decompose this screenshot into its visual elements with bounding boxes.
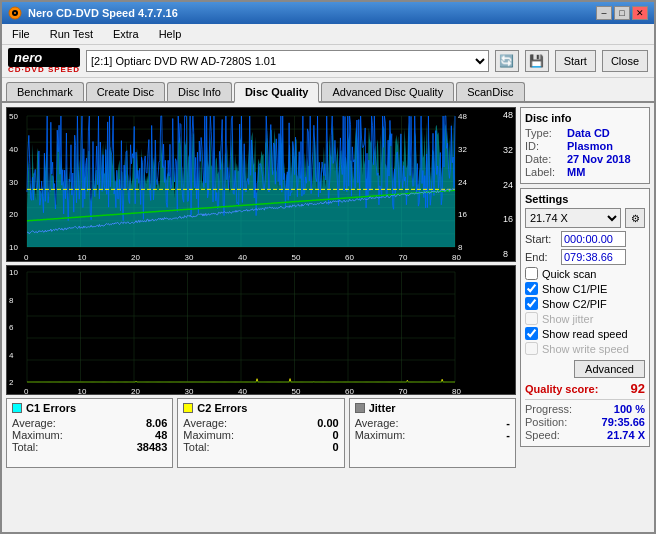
stats-row: C1 Errors Average: 8.06 Maximum: 48 Tota… [6, 398, 516, 468]
show-c2-pif-checkbox[interactable] [525, 297, 538, 310]
start-time-row: Start: [525, 231, 645, 247]
progress-label: Progress: [525, 403, 572, 415]
show-c1-pie-label: Show C1/PIE [542, 283, 607, 295]
disc-type-row: Type: Data CD [525, 127, 645, 139]
menu-run-test[interactable]: Run Test [44, 26, 99, 42]
tab-disc-quality[interactable]: Disc Quality [234, 82, 320, 103]
c2-max-row: Maximum: 0 [183, 429, 338, 441]
tab-bar: Benchmark Create Disc Disc Info Disc Qua… [2, 78, 654, 103]
progress-value: 100 % [614, 403, 645, 415]
position-label: Position: [525, 416, 567, 428]
main-content: 48 32 24 16 8 C1 Errors [2, 103, 654, 532]
quick-scan-row[interactable]: Quick scan [525, 267, 645, 280]
c1-total-row: Total: 38483 [12, 441, 167, 453]
refresh-icon-btn[interactable]: 🔄 [495, 50, 519, 72]
top-chart: 48 32 24 16 8 [6, 107, 516, 262]
disc-label-row: Label: MM [525, 166, 645, 178]
progress-row: Progress: 100 % [525, 403, 645, 415]
c2-title: C2 Errors [183, 402, 338, 414]
c1-color [12, 403, 22, 413]
title-bar: Nero CD-DVD Speed 4.7.7.16 – □ ✕ [2, 2, 654, 24]
save-icon-btn[interactable]: 💾 [525, 50, 549, 72]
close-button[interactable]: ✕ [632, 6, 648, 20]
c2-avg-row: Average: 0.00 [183, 417, 338, 429]
show-c1-pie-row[interactable]: Show C1/PIE [525, 282, 645, 295]
position-value: 79:35.66 [602, 416, 645, 428]
show-read-speed-row[interactable]: Show read speed [525, 327, 645, 340]
advanced-button[interactable]: Advanced [574, 360, 645, 378]
settings-panel: Settings 21.74 X ⚙ Start: End: [520, 188, 650, 447]
tab-advanced-disc-quality[interactable]: Advanced Disc Quality [321, 82, 454, 101]
quick-scan-label: Quick scan [542, 268, 596, 280]
jitter-title: Jitter [355, 402, 510, 414]
start-label: Start: [525, 233, 557, 245]
settings-title: Settings [525, 193, 645, 205]
toolbar: nero CD·DVD SPEED [2:1] Optiarc DVD RW A… [2, 45, 654, 78]
quick-scan-checkbox[interactable] [525, 267, 538, 280]
quality-score-row: Quality score: 92 [525, 381, 645, 396]
jitter-box: Jitter Average: - Maximum: - [349, 398, 516, 468]
c1-max-row: Maximum: 48 [12, 429, 167, 441]
window-title: Nero CD-DVD Speed 4.7.7.16 [28, 7, 178, 19]
c2-total-row: Total: 0 [183, 441, 338, 453]
chart-area: 48 32 24 16 8 C1 Errors [6, 107, 516, 528]
tab-scandisc[interactable]: ScanDisc [456, 82, 524, 101]
bottom-chart [6, 265, 516, 395]
menu-help[interactable]: Help [153, 26, 188, 42]
menu-bar: File Run Test Extra Help [2, 24, 654, 45]
c1-errors-box: C1 Errors Average: 8.06 Maximum: 48 Tota… [6, 398, 173, 468]
window-controls: – □ ✕ [596, 6, 648, 20]
speed-row: Speed: 21.74 X [525, 429, 645, 441]
start-time-input[interactable] [561, 231, 626, 247]
app-icon [8, 6, 22, 20]
maximize-button[interactable]: □ [614, 6, 630, 20]
speed-value: 21.74 X [607, 429, 645, 441]
show-jitter-row[interactable]: Show jitter [525, 312, 645, 325]
show-c2-pif-row[interactable]: Show C2/PIF [525, 297, 645, 310]
main-window: Nero CD-DVD Speed 4.7.7.16 – □ ✕ File Ru… [0, 0, 656, 534]
c1-title: C1 Errors [12, 402, 167, 414]
jitter-avg-row: Average: - [355, 417, 510, 429]
nero-logo-area: nero CD·DVD SPEED [8, 48, 80, 74]
tab-disc-info[interactable]: Disc Info [167, 82, 232, 101]
quality-score-value: 92 [631, 381, 645, 396]
disc-info-title: Disc info [525, 112, 645, 124]
jitter-max-row: Maximum: - [355, 429, 510, 441]
show-read-speed-label: Show read speed [542, 328, 628, 340]
sidebar: Disc info Type: Data CD ID: Plasmon Date… [520, 107, 650, 528]
svg-point-2 [14, 12, 16, 14]
speed-selector[interactable]: 21.74 X [525, 208, 621, 228]
settings-icon-btn[interactable]: ⚙ [625, 208, 645, 228]
show-write-speed-label: Show write speed [542, 343, 629, 355]
show-write-speed-checkbox[interactable] [525, 342, 538, 355]
close-disc-button[interactable]: Close [602, 50, 648, 72]
end-time-row: End: [525, 249, 645, 265]
position-row: Position: 79:35.66 [525, 416, 645, 428]
start-button[interactable]: Start [555, 50, 596, 72]
end-label: End: [525, 251, 557, 263]
c2-color [183, 403, 193, 413]
quality-score-label: Quality score: [525, 383, 598, 395]
jitter-color [355, 403, 365, 413]
show-c2-pif-label: Show C2/PIF [542, 298, 607, 310]
show-jitter-label: Show jitter [542, 313, 593, 325]
disc-date-row: Date: 27 Nov 2018 [525, 153, 645, 165]
tab-benchmark[interactable]: Benchmark [6, 82, 84, 101]
end-time-input[interactable] [561, 249, 626, 265]
drive-selector[interactable]: [2:1] Optiarc DVD RW AD-7280S 1.01 [86, 50, 489, 72]
show-read-speed-checkbox[interactable] [525, 327, 538, 340]
menu-extra[interactable]: Extra [107, 26, 145, 42]
c2-errors-box: C2 Errors Average: 0.00 Maximum: 0 Total… [177, 398, 344, 468]
top-chart-y-right: 48 32 24 16 8 [503, 108, 513, 261]
minimize-button[interactable]: – [596, 6, 612, 20]
show-jitter-checkbox[interactable] [525, 312, 538, 325]
disc-id-row: ID: Plasmon [525, 140, 645, 152]
disc-info-panel: Disc info Type: Data CD ID: Plasmon Date… [520, 107, 650, 184]
show-write-speed-row[interactable]: Show write speed [525, 342, 645, 355]
menu-file[interactable]: File [6, 26, 36, 42]
speed-label: Speed: [525, 429, 560, 441]
tab-create-disc[interactable]: Create Disc [86, 82, 165, 101]
show-c1-pie-checkbox[interactable] [525, 282, 538, 295]
nero-sub-logo: CD·DVD SPEED [8, 65, 80, 74]
c1-avg-row: Average: 8.06 [12, 417, 167, 429]
